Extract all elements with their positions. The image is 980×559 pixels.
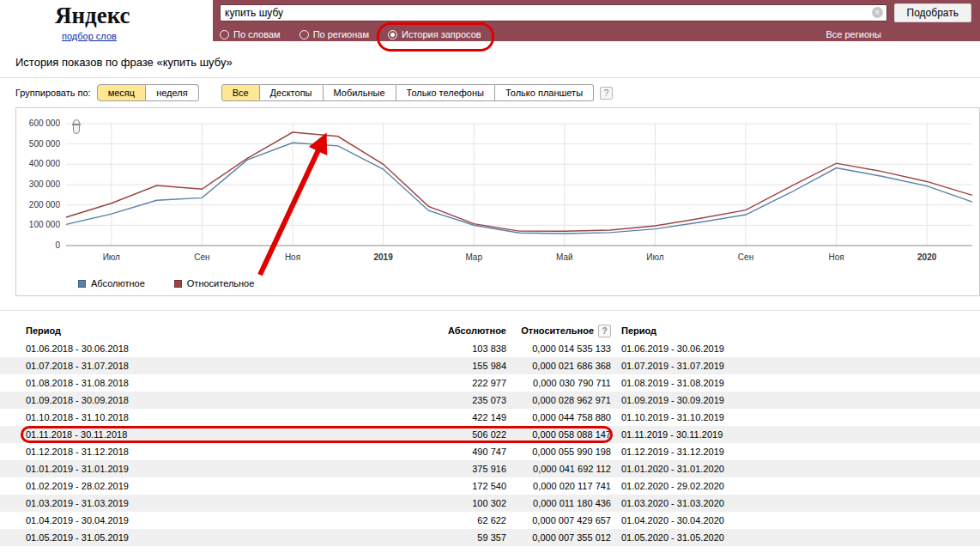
- tab-all-devices[interactable]: Все: [221, 84, 260, 101]
- header-relative-label: Относительное: [521, 325, 594, 336]
- svg-text:Июл: Июл: [103, 252, 120, 262]
- relative-cell: 0,000 011 180 436: [506, 498, 611, 508]
- mode-radio-query-history[interactable]: История запросов: [388, 29, 481, 39]
- table-row: 01.10.2018 - 31.10.2018422 1490,000 044 …: [0, 409, 980, 426]
- period2-cell: 01.04.2020 - 30.04.2020: [611, 515, 980, 526]
- group-month-button[interactable]: месяц: [97, 84, 146, 101]
- search-panel: × Подобрать По словам По регионам Истори…: [213, 0, 980, 41]
- svg-text:Сен: Сен: [194, 252, 209, 262]
- svg-text:Сен: Сен: [738, 252, 753, 262]
- period2-cell: 01.10.2019 - 31.10.2019: [611, 412, 980, 422]
- mode-label: История запросов: [402, 29, 481, 39]
- absolute-cell: 490 747: [276, 447, 506, 457]
- table-row: 01.09.2018 - 30.09.2018235 0730,000 028 …: [0, 392, 980, 409]
- header-absolute: Абсолютное: [276, 325, 506, 336]
- mode-radio-by-regions[interactable]: По регионам: [299, 29, 369, 39]
- table-row: 01.02.2019 - 28.02.2019172 5400,000 020 …: [0, 477, 980, 495]
- relative-cell: 0,000 007 355 012: [506, 532, 611, 543]
- radio-icon: [388, 30, 397, 39]
- table-row: 01.12.2018 - 31.12.2018490 7470,000 055 …: [0, 443, 980, 460]
- absolute-cell: 103 838: [276, 343, 506, 354]
- submit-button[interactable]: Подобрать: [894, 3, 971, 22]
- period-cell: 01.02.2019 - 28.02.2019: [26, 481, 276, 491]
- history-table: Период Абсолютное Относительное ? Период…: [0, 310, 980, 546]
- legend-swatch-icon: [78, 280, 86, 288]
- yandex-logo[interactable]: Яндекс: [55, 4, 213, 27]
- svg-text:2019: 2019: [373, 252, 393, 262]
- relative-cell: 0,000 014 535 133: [506, 343, 611, 354]
- search-input[interactable]: [220, 4, 887, 21]
- relative-help-icon[interactable]: ?: [598, 325, 611, 337]
- table-row: 01.06.2018 - 30.06.2018103 8380,000 014 …: [0, 340, 980, 357]
- period2-cell: 01.12.2019 - 31.12.2019: [611, 447, 980, 457]
- period-cell: 01.06.2018 - 30.06.2018: [26, 343, 276, 354]
- period-cell: 01.04.2019 - 30.04.2019: [26, 515, 276, 526]
- header-period: Период: [26, 325, 276, 336]
- tab-tablets-only[interactable]: Только планшеты: [495, 84, 594, 101]
- period2-cell: 01.05.2020 - 31.05.2020: [611, 532, 980, 543]
- group-by-switch: месяц неделя: [97, 84, 199, 101]
- history-chart-svg: ИюлСенНоя2019МарМайИюлСенНоя20200100 000…: [16, 115, 977, 276]
- period2-cell: 01.02.2020 - 29.02.2020: [611, 481, 980, 491]
- absolute-cell: 172 540: [276, 481, 506, 491]
- absolute-cell: 155 984: [276, 361, 506, 371]
- svg-text:2020: 2020: [917, 252, 937, 262]
- table-row: 01.01.2019 - 31.01.2019375 9160,000 041 …: [0, 460, 980, 477]
- controls-row: Группировать по: месяц неделя Все Дескто…: [0, 78, 980, 107]
- help-icon[interactable]: ?: [600, 87, 613, 100]
- relative-cell: 0,000 007 429 657: [506, 515, 611, 526]
- period2-cell: 01.07.2019 - 31.07.2019: [611, 361, 980, 371]
- period-cell: 01.11.2018 - 30.11.2018: [26, 429, 276, 440]
- absolute-cell: 59 357: [276, 532, 506, 543]
- topbar: Яндекс подбор слов × Подобрать По словам…: [0, 0, 980, 41]
- period2-cell: 01.01.2020 - 31.01.2020: [611, 464, 980, 474]
- mode-radio-by-words[interactable]: По словам: [220, 29, 281, 39]
- tab-desktops[interactable]: Десктопы: [260, 84, 324, 101]
- table-body: 01.06.2018 - 30.06.2018103 8380,000 014 …: [0, 340, 980, 546]
- table-row: 01.11.2018 - 30.11.2018506 0220,000 058 …: [0, 426, 980, 443]
- tab-phones-only[interactable]: Только телефоны: [396, 84, 495, 101]
- period-cell: 01.05.2019 - 31.05.2019: [26, 532, 276, 543]
- period2-cell: 01.08.2019 - 31.08.2019: [611, 378, 980, 388]
- legend-item[interactable]: Абсолютное: [78, 278, 145, 289]
- group-week-button[interactable]: неделя: [146, 84, 199, 101]
- period2-cell: 01.06.2019 - 30.06.2019: [611, 343, 980, 354]
- svg-text:Ноя: Ноя: [828, 252, 844, 262]
- absolute-cell: 222 977: [276, 378, 506, 388]
- history-chart: ИюлСенНоя2019МарМайИюлСенНоя20200100 000…: [15, 107, 980, 296]
- chart-zoom-handle-icon[interactable]: [71, 118, 82, 139]
- svg-text:Июл: Июл: [646, 252, 663, 262]
- relative-cell: 0,000 021 686 368: [506, 361, 611, 371]
- logo-area: Яндекс подбор слов: [0, 0, 213, 41]
- search-input-wrap: ×: [220, 4, 887, 21]
- table-header-row: Период Абсолютное Относительное ? Период: [0, 321, 980, 340]
- mode-label: По регионам: [313, 29, 369, 39]
- svg-text:100 000: 100 000: [29, 220, 61, 229]
- table-row: 01.04.2019 - 30.04.201962 6220,000 007 4…: [0, 512, 980, 529]
- period-cell: 01.09.2018 - 30.09.2018: [26, 395, 276, 405]
- search-row: × Подобрать: [220, 3, 971, 22]
- table-row: 01.03.2019 - 31.03.2019100 3020,000 011 …: [0, 495, 980, 512]
- header-period-2: Период: [611, 325, 980, 336]
- absolute-cell: 375 916: [276, 464, 506, 474]
- wordstat-link[interactable]: подбор слов: [62, 31, 117, 41]
- relative-cell: 0,000 028 962 971: [506, 395, 611, 405]
- svg-text:Май: Май: [556, 252, 573, 262]
- legend-label: Относительное: [187, 278, 255, 289]
- relative-cell: 0,000 044 758 880: [506, 412, 611, 422]
- tab-mobile[interactable]: Мобильные: [324, 84, 396, 101]
- period2-cell: 01.03.2020 - 31.03.2020: [611, 498, 980, 508]
- period-cell: 01.07.2018 - 31.07.2018: [26, 361, 276, 371]
- legend-item[interactable]: Относительное: [174, 278, 255, 289]
- all-regions-link[interactable]: Все регионы: [826, 29, 881, 39]
- absolute-cell: 422 149: [276, 412, 506, 422]
- relative-cell: 0,000 055 990 198: [506, 447, 611, 457]
- period-cell: 01.03.2019 - 31.03.2019: [26, 498, 276, 508]
- period-cell: 01.10.2018 - 31.10.2018: [26, 412, 276, 422]
- clear-search-icon[interactable]: ×: [872, 7, 883, 18]
- absolute-cell: 506 022: [276, 429, 506, 440]
- legend-swatch-icon: [174, 280, 182, 288]
- mode-label: По словам: [233, 29, 281, 39]
- relative-cell: 0,000 030 790 711: [506, 378, 611, 388]
- chart-legend: АбсолютноеОтносительное: [78, 278, 979, 289]
